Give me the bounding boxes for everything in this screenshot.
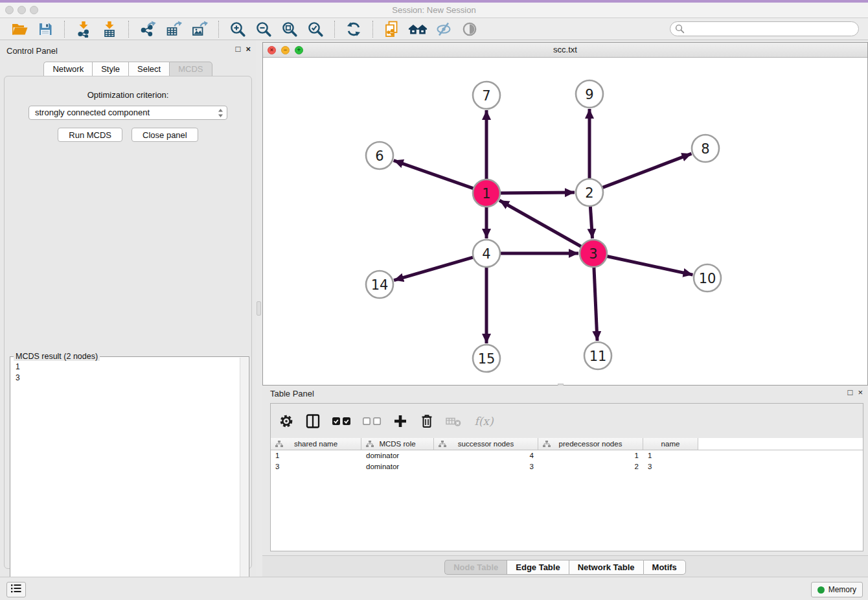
show-eye-icon[interactable]	[460, 19, 479, 39]
column-header[interactable]: successor nodes	[434, 438, 538, 450]
select-all-icon[interactable]	[330, 412, 352, 430]
float-panel-icon[interactable]: □	[236, 44, 241, 54]
select-stepper-icon	[218, 108, 223, 122]
table-cell[interactable]: 3	[271, 461, 361, 472]
graph-node-label: 1	[482, 186, 490, 202]
graph-edge[interactable]	[601, 154, 692, 188]
mcds-result-title: MCDS result (2 nodes)	[14, 352, 100, 361]
graph-edge[interactable]	[499, 192, 575, 193]
zoom-fit-icon[interactable]	[280, 19, 299, 39]
graph-node-label: 3	[589, 246, 597, 262]
open-file-icon[interactable]	[10, 19, 29, 39]
control-panel-tabs: Network Style Select MCDS	[0, 62, 256, 76]
close-panel-button[interactable]: Close panel	[131, 128, 198, 142]
mcds-result-scrollbar[interactable]	[240, 358, 248, 600]
table-cell[interactable]: 1	[271, 450, 361, 461]
column-header[interactable]: name	[643, 438, 698, 450]
tab-network-table[interactable]: Network Table	[569, 560, 643, 575]
duplicate-network-icon[interactable]	[382, 19, 402, 39]
run-mcds-button[interactable]: Run MCDS	[58, 128, 122, 142]
table-cell[interactable]: 3	[643, 461, 698, 472]
tab-select[interactable]: Select	[128, 62, 169, 76]
memory-status-icon	[817, 586, 825, 594]
export-network-icon[interactable]	[138, 19, 157, 39]
optimization-criterion-label: Optimization criterion:	[5, 90, 251, 100]
network-zoom-button[interactable]: +	[295, 46, 303, 54]
table-cell[interactable]: 3	[434, 461, 538, 472]
column-view-icon[interactable]	[304, 412, 322, 430]
graph-edge[interactable]	[499, 200, 582, 247]
table-row[interactable]: 1dominator411	[271, 450, 863, 461]
import-table-icon[interactable]	[100, 19, 119, 39]
zoom-in-icon[interactable]	[228, 19, 247, 39]
table-panel: Table Panel □ ×	[262, 386, 868, 577]
mcds-panel-body: Optimization criterion: strongly connect…	[4, 76, 252, 569]
function-builder-label: f(x)	[474, 415, 493, 428]
network-minimize-button[interactable]: −	[281, 46, 290, 54]
graph-node-label: 10	[699, 271, 716, 286]
table-toolbar: f(x)	[271, 404, 863, 438]
mcds-result-text[interactable]: 1 3	[10, 357, 249, 384]
main-toolbar	[0, 18, 868, 40]
splitter-grip[interactable]	[257, 301, 261, 316]
search-input[interactable]	[670, 21, 859, 36]
function-icon[interactable]: f(x)	[471, 412, 497, 430]
graph-node-label: 14	[371, 277, 389, 293]
task-history-button[interactable]	[6, 582, 26, 597]
graph-edge[interactable]	[394, 257, 475, 280]
table-header: shared nameMCDS rolesuccessor nodesprede…	[271, 438, 863, 450]
export-image-icon[interactable]	[190, 19, 209, 39]
table-panel-title: Table Panel	[270, 389, 314, 398]
graph-node-label: 11	[589, 349, 607, 364]
toolbar-separator	[218, 21, 219, 38]
close-table-panel-icon[interactable]: ×	[858, 387, 863, 397]
network-canvas[interactable]: 7968124314101511	[263, 58, 867, 385]
status-bar: Memory	[0, 577, 868, 600]
tab-mcds[interactable]: MCDS	[169, 62, 212, 76]
add-column-icon[interactable]	[391, 412, 409, 430]
optimization-criterion-select[interactable]: strongly connected component	[29, 106, 227, 120]
table-cell[interactable]: dominator	[361, 450, 434, 461]
zoom-out-icon[interactable]	[254, 19, 273, 39]
table-cell[interactable]: 2	[538, 461, 643, 472]
zoom-selected-icon[interactable]	[306, 19, 325, 39]
table-cell[interactable]: 1	[643, 450, 698, 461]
graph-node-label: 7	[482, 88, 490, 104]
import-network-icon[interactable]	[74, 19, 93, 39]
column-header[interactable]: MCDS role	[361, 438, 434, 450]
deselect-all-icon[interactable]	[361, 412, 383, 430]
memory-button[interactable]: Memory	[811, 582, 863, 597]
table-cell[interactable]: 1	[538, 450, 643, 461]
graph-node-label: 9	[585, 87, 593, 102]
tab-network[interactable]: Network	[43, 62, 92, 76]
gear-icon[interactable]	[277, 412, 295, 430]
hide-eye-icon[interactable]	[434, 19, 453, 39]
refresh-icon[interactable]	[344, 19, 363, 39]
houses-icon[interactable]	[408, 19, 428, 39]
delete-column-icon[interactable]	[444, 412, 463, 430]
graph-edge[interactable]	[394, 161, 475, 189]
network-window-title: scc.txt	[263, 43, 867, 57]
network-close-button[interactable]: ×	[268, 46, 276, 54]
table-cell[interactable]: 4	[434, 450, 538, 461]
tab-style[interactable]: Style	[92, 62, 128, 76]
float-table-panel-icon[interactable]: □	[848, 387, 853, 397]
close-panel-icon[interactable]: ×	[246, 44, 251, 54]
delete-icon[interactable]	[418, 412, 436, 430]
table-tabstrip: Node Table Edge Table Network Table Moti…	[262, 555, 868, 577]
export-table-icon[interactable]	[164, 19, 183, 39]
graph-edge[interactable]	[590, 205, 592, 238]
column-header[interactable]: predecessor nodes	[538, 438, 643, 450]
network-window-titlebar[interactable]: × − + scc.txt	[263, 43, 867, 58]
graph-edge[interactable]	[606, 256, 693, 275]
graph-node-label: 15	[478, 351, 496, 367]
table-cell[interactable]: dominator	[361, 461, 434, 472]
column-header[interactable]: shared name	[271, 438, 361, 450]
table-row[interactable]: 3dominator323	[271, 461, 863, 472]
tab-edge-table[interactable]: Edge Table	[507, 560, 568, 575]
tab-motifs[interactable]: Motifs	[643, 560, 686, 575]
control-panel: Control Panel □ × Network Style Select M…	[0, 40, 256, 577]
tab-node-table[interactable]: Node Table	[444, 560, 507, 575]
graph-edge[interactable]	[594, 266, 597, 341]
save-session-icon[interactable]	[36, 19, 55, 39]
